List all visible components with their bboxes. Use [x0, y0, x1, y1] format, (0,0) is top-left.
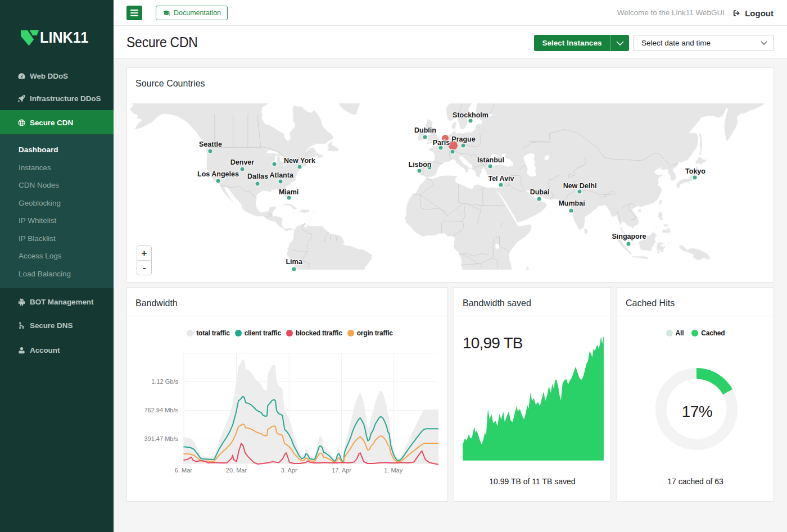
svg-text:762.94 Mb/s: 762.94 Mb/s: [144, 407, 178, 413]
svg-text:391.47 Mb/s: 391.47 Mb/s: [144, 435, 178, 442]
svg-text:3. Apr: 3. Apr: [281, 467, 297, 474]
svg-text:17%: 17%: [682, 403, 713, 420]
svg-text:17. Apr: 17. Apr: [332, 467, 351, 474]
svg-text:1. May: 1. May: [384, 467, 403, 474]
svg-text:1.12 Gb/s: 1.12 Gb/s: [151, 378, 178, 385]
svg-text:20. Mar: 20. Mar: [226, 467, 247, 474]
svg-text:6. Mar: 6. Mar: [175, 467, 193, 474]
